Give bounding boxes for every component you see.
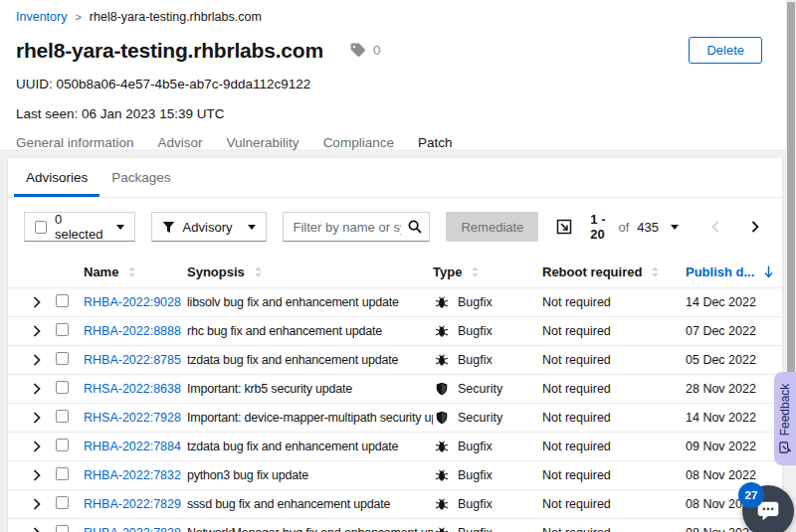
advisory-link[interactable]: RHBA-2022:7884: [84, 440, 187, 453]
scrollbar-thumb[interactable]: [787, 2, 795, 430]
pagination-next-button[interactable]: [744, 221, 766, 233]
export-button[interactable]: [554, 217, 574, 237]
publish-date-cell: 28 Nov 2022: [682, 382, 782, 396]
reboot-required-cell: Not required: [542, 526, 682, 532]
expand-row-button[interactable]: [8, 354, 52, 366]
advisory-type-cell: Bugfix: [433, 295, 542, 309]
reboot-required-cell: Not required: [542, 440, 682, 453]
advisory-synopsis: sssd bug fix and enhancement update: [187, 497, 433, 511]
notification-badge[interactable]: 27: [738, 482, 764, 508]
remediate-button[interactable]: Remediate: [446, 212, 538, 242]
table-row: RHSA-2022:7928 Important: device-mapper-…: [8, 403, 782, 432]
search-icon[interactable]: [408, 220, 422, 234]
expand-row-button[interactable]: [8, 412, 52, 424]
publish-date-cell: 05 Dec 2022: [682, 353, 782, 367]
chevron-right-icon: [33, 354, 41, 366]
last-seen-value: 06 Jan 2023 15:39 UTC: [82, 106, 224, 121]
column-label: Publish d...: [686, 265, 754, 279]
advisory-type-cell: Bugfix: [433, 353, 542, 367]
publish-date-cell: 14 Dec 2022: [682, 295, 782, 309]
tab-advisories[interactable]: Advisories: [14, 158, 100, 197]
advisory-link[interactable]: RHBA-2022:7832: [84, 468, 187, 482]
table-row: RHBA-2022:7832 python3 bug fix update Bu…: [8, 460, 782, 489]
chevron-down-icon: [116, 225, 124, 230]
column-header-type[interactable]: Type: [433, 265, 542, 279]
shield-icon: [435, 411, 449, 425]
last-seen-line: Last seen: 06 Jan 2023 15:39 UTC: [16, 106, 780, 121]
publish-date-cell: 08 Nov 2022: [682, 468, 782, 482]
row-checkbox[interactable]: [56, 439, 69, 451]
row-checkbox[interactable]: [56, 525, 69, 532]
publish-date-cell: 09 Nov 2022: [682, 440, 782, 453]
filter-type-dropdown[interactable]: Advisory: [151, 212, 268, 242]
column-header-reboot-required[interactable]: Reboot required: [542, 265, 682, 279]
chevron-left-icon: [710, 221, 720, 233]
column-header-name[interactable]: Name: [84, 265, 187, 279]
advisory-synopsis: rhc bug fix and enhancement update: [187, 324, 433, 338]
advisory-link[interactable]: RHSA-2022:8638: [84, 382, 187, 396]
advisory-link[interactable]: RHBA-2022:7829: [84, 497, 187, 511]
bulk-select-dropdown[interactable]: 0 selected: [24, 212, 135, 242]
bug-icon: [435, 295, 449, 309]
row-checkbox[interactable]: [56, 294, 69, 307]
expand-row-button[interactable]: [8, 527, 52, 532]
row-checkbox[interactable]: [56, 410, 69, 423]
pagination-menu-toggle[interactable]: [671, 225, 679, 230]
pagination-range: 1 - 20: [590, 212, 610, 242]
tag-icon: [349, 42, 366, 59]
title-row: rhel8-yara-testing.rhbrlabs.com 0 Delete: [16, 37, 780, 64]
bulk-select-checkbox[interactable]: [35, 221, 47, 234]
reboot-required-cell: Not required: [542, 382, 682, 396]
tag-count-group[interactable]: 0: [349, 42, 381, 59]
advisory-type-label: Security: [458, 382, 502, 396]
column-header-publish-date[interactable]: Publish d...: [682, 265, 782, 279]
advisory-type-label: Bugfix: [458, 324, 493, 338]
delete-button[interactable]: Delete: [689, 37, 762, 64]
expand-row-button[interactable]: [8, 383, 52, 395]
table-row: RHBA-2022:8785 tzdata bug fix and enhanc…: [8, 345, 782, 374]
breadcrumb-inventory-link[interactable]: Inventory: [16, 10, 67, 24]
export-icon: [556, 219, 572, 235]
advisory-type-cell: Bugfix: [433, 324, 542, 338]
bug-icon: [435, 353, 449, 367]
row-checkbox[interactable]: [56, 467, 69, 480]
advisory-link[interactable]: RHSA-2022:7928: [84, 411, 187, 425]
row-checkbox[interactable]: [56, 496, 69, 509]
reboot-required-cell: Not required: [542, 497, 682, 511]
advisory-link[interactable]: RHBA-2022:8785: [84, 353, 187, 367]
filter-type-label: Advisory: [183, 220, 233, 235]
shield-icon: [435, 382, 449, 396]
expand-row-button[interactable]: [8, 325, 52, 337]
expand-row-button[interactable]: [8, 498, 52, 510]
column-label: Name: [84, 265, 118, 279]
chevron-right-icon: [33, 412, 41, 424]
expand-row-button[interactable]: [8, 296, 52, 308]
advisory-link[interactable]: RHBA-2022:8888: [84, 324, 187, 338]
chevron-right-icon: [33, 296, 41, 308]
chevron-right-icon: [33, 325, 41, 337]
advisory-type-cell: Bugfix: [433, 497, 542, 511]
expand-row-button[interactable]: [8, 469, 52, 481]
bug-icon: [435, 468, 449, 482]
advisory-type-cell: Bugfix: [433, 526, 542, 532]
advisory-link[interactable]: RHBA-2022:7828: [84, 526, 187, 532]
search-box: [283, 212, 430, 242]
reboot-required-cell: Not required: [542, 411, 682, 425]
column-header-synopsis[interactable]: Synopsis: [187, 265, 433, 279]
advisory-synopsis: NetworkManager bug fix and enhancement u…: [187, 526, 433, 532]
reboot-required-cell: Not required: [542, 353, 682, 367]
column-label: Type: [433, 265, 462, 279]
pagination-prev-button[interactable]: [704, 221, 726, 233]
tab-packages[interactable]: Packages: [100, 158, 182, 197]
row-checkbox[interactable]: [56, 381, 69, 394]
row-checkbox[interactable]: [56, 352, 69, 365]
advisory-type-label: Security: [458, 411, 502, 425]
feedback-button[interactable]: Feedback: [774, 372, 796, 465]
uuid-line: UUID: 050b8a06-4e57-4b5e-ab7c-9dda112c91…: [16, 77, 780, 91]
row-checkbox[interactable]: [56, 323, 69, 336]
chevron-right-icon: [33, 383, 41, 395]
advisory-type-label: Bugfix: [458, 526, 493, 532]
sort-descending-icon: [764, 266, 773, 278]
advisory-link[interactable]: RHBA-2022:9028: [84, 295, 187, 309]
expand-row-button[interactable]: [8, 441, 52, 452]
